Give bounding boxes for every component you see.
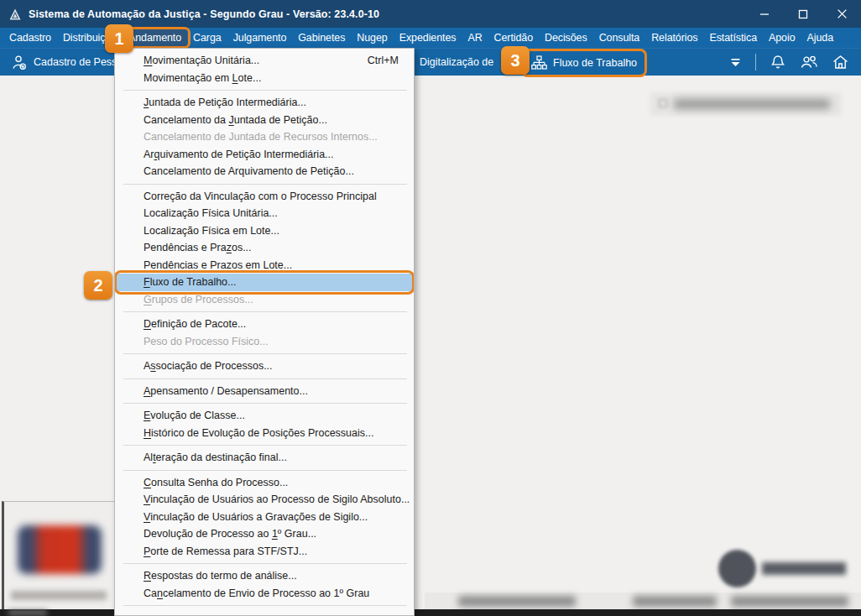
menubar-item-expedientes[interactable]: Expedientes [394, 28, 462, 48]
menu-item-movimentacao-unitaria[interactable]: Movimentação Unitária...Ctrl+M [115, 52, 414, 70]
menu-item-pendencias-e-prazos[interactable]: Pendências e Prazos... [115, 239, 414, 257]
menu-separator [123, 563, 407, 564]
app-window: Sistema de Automação da Justiça - Segund… [0, 0, 861, 616]
menu-item-label: Cancelamento de Arquivamento de Petição.… [144, 165, 354, 177]
person-add-icon [10, 54, 28, 71]
menu-item-localizacao-fisica-unitaria[interactable]: Localização Física Unitária... [115, 205, 414, 222]
menu-item-alteracao-da-destinacao-final[interactable]: Alteração da destinação final... [115, 449, 414, 467]
collapse-icon[interactable] [729, 56, 742, 69]
menu-item-label: Devolução de Processo ao 1º Grau... [144, 528, 316, 540]
redacted-checkbox-widget [650, 92, 842, 116]
menu-item-label: Juntada de Petição Intermediária... [144, 97, 306, 108]
menu-item-peso-do-processo-fisico: Peso do Processo Físico... [115, 333, 414, 351]
menu-item-definicao-de-pacote[interactable]: Definição de Pacote... [115, 316, 414, 333]
menu-item-label: Apensamento / Desapensamento... [144, 385, 308, 397]
menu-item-respostas-do-termo-de-analise[interactable]: Respostas do termo de análise... [115, 567, 414, 585]
menu-item-label: Movimentação Unitária... [144, 55, 259, 66]
menu-item-correcao-da-vinculacao-com-o-processo-principal[interactable]: Correção da Vinculação com o Processo Pr… [115, 188, 414, 206]
menu-item-label: Porte de Remessa para STF/STJ... [144, 546, 307, 557]
menu-item-cancelamento-de-juntada-de-recursos-internos: Cancelamento de Juntada de Recursos Inte… [115, 128, 414, 146]
menu-separator [123, 403, 407, 404]
menubar-item-gabinetes[interactable]: Gabinetes [292, 28, 351, 48]
redacted-status-text [8, 610, 47, 615]
menu-item-label: Movimentação em Lote... [144, 72, 261, 84]
menubar-item-certidao[interactable]: Certidão [488, 28, 539, 48]
menubar-item-cadastro[interactable]: Cadastro [3, 28, 57, 48]
menubar-item-decisoes[interactable]: Decisões [539, 28, 593, 48]
titlebar: Sistema de Automação da Justiça - Segund… [0, 0, 861, 28]
menu-item-label: Associação de Processos... [144, 360, 273, 372]
statusbar [425, 593, 861, 611]
bell-icon[interactable] [770, 54, 786, 70]
menu-item-consulta-senha-do-processo[interactable]: Consulta Senha do Processo... [115, 474, 414, 492]
menu-separator [123, 353, 407, 354]
menu-item-label: Consulta Senha do Processo... [144, 477, 288, 488]
menubar-item-relatorios[interactable]: Relatórios [645, 28, 703, 48]
menu-item-historico-de-evolucao-de-posicoes-processuais[interactable]: Histórico de Evolução de Posições Proces… [115, 425, 414, 442]
maximize-button[interactable] [784, 0, 822, 28]
menu-separator [123, 470, 407, 471]
menu-item-label: Alteração da destinação final... [144, 452, 287, 463]
menu-item-label: Histórico de Evolução de Posições Proces… [144, 427, 373, 439]
menu-item-cancelamento-de-arquivamento-de-peticao[interactable]: Cancelamento de Arquivamento de Petição.… [115, 163, 414, 180]
window-title: Sistema de Automação da Justiça - Segund… [29, 8, 379, 20]
menu-item-juntada-de-peticao-intermediaria[interactable]: Juntada de Petição Intermediária... [115, 94, 414, 112]
menubar-item-ajuda[interactable]: Ajuda [801, 28, 839, 48]
annotation-badge-2: 2 [84, 271, 112, 300]
minimize-button[interactable] [745, 0, 784, 28]
menu-item-label: Vinculação de Usuários a Gravações de Si… [144, 511, 368, 523]
menu-separator [123, 90, 407, 91]
menu-item-vinculacao-de-usuarios-a-gravacoes-de-sigilo[interactable]: Vinculação de Usuários a Gravações de Si… [115, 509, 414, 526]
menu-item-associacao-de-processos[interactable]: Associação de Processos... [115, 358, 414, 375]
users-icon[interactable] [800, 54, 818, 70]
menu-item-shortcut: Ctrl+M [368, 55, 405, 66]
menu-item-evolucao-de-classe[interactable]: Evolução de Classe... [115, 407, 414, 425]
menubar-item-consulta[interactable]: Consulta [593, 28, 646, 48]
menu-item-localizacao-fisica-em-lote[interactable]: Localização Física em Lote... [115, 222, 414, 240]
menu-item-label: Cancelamento de Juntada de Recursos Inte… [144, 131, 378, 143]
redacted-watermark-text [762, 562, 846, 575]
menu-item-pendencias-e-prazos-em-lote[interactable]: Pendências e Prazos em Lote... [115, 257, 414, 274]
redacted-text [11, 591, 107, 600]
menu-item-porte-de-remessa-para-stf-stj[interactable]: Porte de Remessa para STF/STJ... [115, 543, 414, 561]
menu-item-fluxo-de-trabalho[interactable]: Fluxo de Trabalho... [115, 274, 414, 291]
menubar-item-carga[interactable]: Carga [187, 28, 227, 48]
menu-item-apensamento-desapensamento[interactable]: Apensamento / Desapensamento... [115, 383, 414, 400]
menu-item-vinculacao-de-usuarios-ao-processo-de-sigilo-absoluto[interactable]: Vinculação de Usuários ao Processo de Si… [115, 491, 414, 509]
menu-item-cancelamento-da-juntada-de-peticao[interactable]: Cancelamento da Juntada de Petição... [115, 112, 414, 129]
app-logo-icon [8, 8, 22, 21]
annotation-badge-1: 1 [105, 24, 133, 53]
menu-item-cancelamento-de-envio-de-processo-ao-1-grau[interactable]: Cancelamento de Envio de Processo ao 1º … [115, 585, 414, 603]
toolbar-fluxo-de-trabalho-label: Fluxo de Trabalho [553, 57, 637, 69]
menu-item-label: Localização Física em Lote... [144, 225, 279, 237]
close-button[interactable] [822, 0, 861, 28]
menu-item-arquivamento-de-peticao-intermediaria[interactable]: Arquivamento de Petição Intermediária... [115, 146, 414, 164]
menu-item-movimentacao-em-lote[interactable]: Movimentação em Lote... [115, 70, 414, 87]
redacted-status-text [731, 596, 848, 607]
menubar-item-estatistica[interactable]: Estatística [703, 28, 763, 48]
menu-item-label: Grupos de Processos... [144, 294, 253, 305]
menu-separator [123, 445, 407, 446]
toolbar-divider [755, 54, 756, 70]
andamento-dropdown-menu: Movimentação Unitária...Ctrl+MMovimentaç… [114, 48, 415, 616]
menu-item-label: Respostas do termo de análise... [144, 570, 297, 582]
menu-separator [123, 378, 407, 379]
menu-item-label: Vinculação de Usuários ao Processo de Si… [144, 493, 410, 505]
menubar-item-ar[interactable]: AR [462, 28, 488, 48]
menu-item-grupos-de-processos: Grupos de Processos... [115, 291, 414, 309]
menubar-item-apoio[interactable]: Apoio [763, 28, 801, 48]
workflow-icon [531, 55, 547, 70]
home-icon[interactable] [832, 54, 849, 70]
menubar-item-julgamento[interactable]: Julgamento [227, 28, 293, 48]
menu-item-label: Pendências e Prazos em Lote... [144, 259, 292, 271]
toolbar-digitalizacao-button[interactable]: Digitalização de [420, 49, 493, 76]
menu-item-label: Cancelamento de Envio de Processo ao 1º … [144, 587, 369, 599]
menu-separator [123, 311, 407, 312]
redacted-checkbox [659, 99, 667, 107]
toolbar-fluxo-de-trabalho-button[interactable]: Fluxo de Trabalho [523, 52, 645, 74]
menubar-item-nugep[interactable]: Nugep [351, 28, 393, 48]
menu-item-label: Fluxo de Trabalho... [144, 276, 237, 288]
menu-item-devolucao-de-processo-ao-1-grau[interactable]: Devolução de Processo ao 1º Grau... [115, 525, 414, 543]
menu-item-label: Cancelamento da Juntada de Petição... [144, 114, 327, 126]
menu-item-label: Peso do Processo Físico... [144, 336, 269, 347]
